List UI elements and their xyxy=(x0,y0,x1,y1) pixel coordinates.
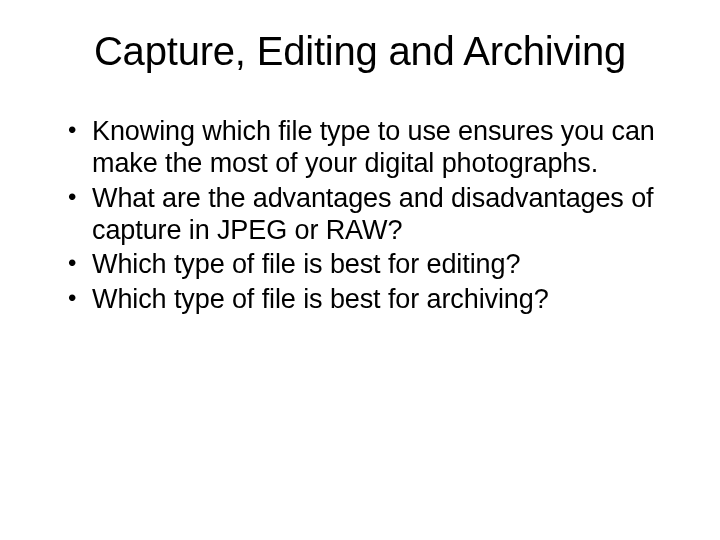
slide: Capture, Editing and Archiving Knowing w… xyxy=(0,0,720,540)
slide-title: Capture, Editing and Archiving xyxy=(54,28,666,74)
list-item: Which type of file is best for archiving… xyxy=(68,284,666,316)
bullet-list: Knowing which file type to use ensures y… xyxy=(54,116,666,316)
list-item: Knowing which file type to use ensures y… xyxy=(68,116,666,180)
list-item: What are the advantages and disadvantage… xyxy=(68,183,666,247)
list-item: Which type of file is best for editing? xyxy=(68,249,666,281)
